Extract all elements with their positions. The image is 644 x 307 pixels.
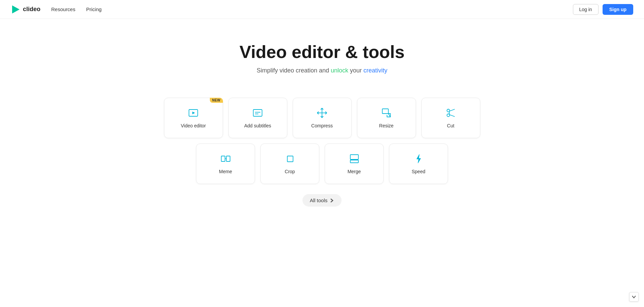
- tools-row-1: NEW Video editor Add subtitles: [164, 98, 480, 138]
- svg-line-13: [449, 115, 455, 117]
- add-subtitles-icon: [252, 108, 263, 120]
- tool-label: Speed: [412, 169, 425, 174]
- tool-merge[interactable]: Merge: [325, 144, 384, 184]
- tool-compress[interactable]: Compress: [293, 98, 352, 138]
- nav-resources[interactable]: Resources: [51, 6, 75, 12]
- hero-title: Video editor & tools: [7, 42, 637, 62]
- tool-meme[interactable]: Meme: [196, 144, 255, 184]
- logo[interactable]: clideo: [11, 5, 40, 14]
- svg-marker-2: [192, 112, 195, 114]
- meme-icon: [220, 153, 231, 165]
- navbar: clideo Resources Pricing Log in Sign up: [0, 0, 644, 19]
- video-editor-icon: [188, 108, 199, 120]
- new-badge: NEW: [210, 98, 223, 103]
- tool-label: Merge: [348, 169, 361, 174]
- logo-text: clideo: [23, 6, 40, 13]
- speed-icon: [413, 153, 424, 165]
- tool-video-editor[interactable]: NEW Video editor: [164, 98, 223, 138]
- tool-label: Crop: [285, 169, 295, 174]
- compress-icon: [317, 108, 327, 120]
- chevron-right-icon: [329, 198, 334, 203]
- svg-line-12: [449, 109, 455, 111]
- all-tools-button[interactable]: All tools: [302, 194, 342, 207]
- all-tools-label: All tools: [310, 197, 328, 203]
- merge-icon: [349, 153, 360, 165]
- nav-left: clideo Resources Pricing: [11, 5, 102, 14]
- tool-label: Cut: [447, 123, 454, 128]
- svg-rect-18: [287, 156, 293, 162]
- tool-label: Meme: [219, 169, 232, 174]
- svg-rect-19: [350, 155, 358, 159]
- svg-rect-20: [350, 160, 358, 163]
- tool-label: Compress: [311, 123, 333, 128]
- svg-rect-3: [253, 110, 262, 116]
- login-button[interactable]: Log in: [573, 4, 599, 15]
- tool-label: Resize: [379, 123, 394, 128]
- logo-icon: [11, 5, 20, 14]
- tool-label: Add subtitles: [244, 123, 271, 128]
- resize-icon: [381, 108, 392, 120]
- tool-speed[interactable]: Speed: [389, 144, 448, 184]
- tool-crop[interactable]: Crop: [260, 144, 319, 184]
- nav-right: Log in Sign up: [573, 4, 633, 15]
- signup-button[interactable]: Sign up: [603, 4, 633, 15]
- cut-icon: [445, 108, 456, 120]
- hero-subtitle: Simplify video creation and unlock your …: [7, 67, 637, 74]
- tool-label: Video editor: [181, 123, 206, 128]
- nav-pricing[interactable]: Pricing: [86, 6, 102, 12]
- tool-add-subtitles[interactable]: Add subtitles: [228, 98, 287, 138]
- tools-row-2: Meme Crop Merge: [196, 144, 448, 184]
- svg-rect-8: [382, 109, 388, 114]
- svg-rect-15: [221, 156, 225, 161]
- svg-marker-0: [12, 5, 20, 13]
- hero-section: Video editor & tools Simplify video crea…: [0, 19, 644, 88]
- crop-icon: [285, 153, 295, 165]
- tools-section: NEW Video editor Add subtitles: [0, 88, 644, 213]
- tool-cut[interactable]: Cut: [421, 98, 480, 138]
- svg-rect-16: [226, 156, 230, 161]
- svg-line-9: [388, 114, 390, 117]
- tool-resize[interactable]: Resize: [357, 98, 416, 138]
